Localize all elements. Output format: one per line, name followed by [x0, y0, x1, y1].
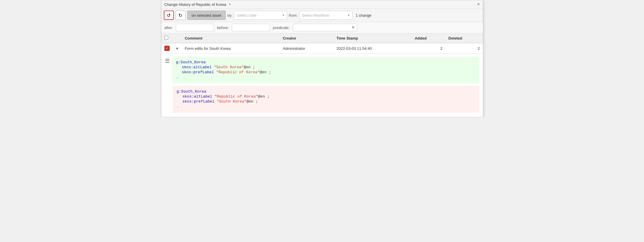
selected-asset-button[interactable]: on selected asset: [187, 11, 226, 20]
row-creator: Administrator: [280, 43, 333, 54]
added-pred-1: skos:altLabel: [182, 65, 212, 69]
row-added: 2: [412, 43, 446, 54]
undo-button[interactable]: ↺: [164, 11, 174, 20]
by-label: by:: [227, 13, 232, 18]
added-pred-2: skos:prefLabel: [182, 70, 214, 74]
code-section: ☰ g:South_Korea skos:altLabel "South Kor…: [161, 54, 483, 117]
title-bar: Change History of Republic of Korea × ×: [161, 0, 483, 9]
close-tab-button[interactable]: ×: [228, 2, 232, 6]
col-expand: [173, 33, 182, 43]
added-block-row: ☰ g:South_Korea skos:altLabel "South Kor…: [165, 57, 479, 85]
added-val-1: "South Korea": [214, 65, 244, 69]
select-all-checkbox[interactable]: [164, 36, 168, 40]
added-entity-line: g:South_Korea: [176, 60, 475, 64]
window-title: Change History of Republic of Korea: [164, 2, 226, 7]
col-checkbox: [161, 33, 173, 43]
before-input[interactable]: [232, 24, 270, 31]
filter-bar: after: before: predicate:: [161, 22, 483, 33]
change-table: Comment Creator Time Stamp Added Deleted…: [161, 33, 483, 54]
deleted-entity-line: g:South_Korea: [177, 89, 475, 94]
col-timestamp: Time Stamp: [333, 33, 412, 43]
predicate-select[interactable]: [293, 24, 357, 31]
added-val-2: "Republic of Korea": [216, 70, 260, 74]
added-line-1: skos:altLabel "South Korea"@en ;: [182, 65, 475, 69]
deleted-pred-1: skos:altLabel: [183, 94, 212, 99]
row-comment: Form edits for South Korea: [182, 43, 280, 54]
deleted-code-block: g:South_Korea skos:altLabel "Republic of…: [173, 86, 479, 113]
change-count: 1 change: [356, 13, 372, 18]
select-workflow-placeholder: Select Workflow: [302, 13, 346, 18]
added-dot: .: [176, 75, 475, 79]
select-user-placeholder: Select User: [237, 13, 281, 18]
deleted-entity: g:South_Korea: [177, 89, 206, 94]
select-workflow-dropdown[interactable]: Select Workflow ▾: [299, 11, 352, 20]
deleted-dot: .: [177, 104, 475, 109]
added-code-block: g:South_Korea skos:altLabel "South Korea…: [172, 57, 479, 83]
select-user-dropdown[interactable]: Select User ▾: [234, 11, 287, 20]
added-entity: g:South_Korea: [176, 60, 206, 64]
undo-icon: ↺: [167, 13, 171, 18]
added-line-2: skos:prefLabel "Republic of Korea"@en ;: [182, 70, 475, 74]
select-workflow-chevron-icon: ▾: [348, 13, 350, 17]
col-added: Added: [412, 33, 446, 43]
row-expand-cell: ▼: [173, 43, 182, 54]
row-checkbox[interactable]: ✓: [164, 46, 170, 51]
deleted-val-2: "South Korea": [217, 99, 247, 104]
select-user-chevron-icon: ▾: [283, 13, 284, 17]
after-label: after:: [164, 25, 173, 30]
close-window-button[interactable]: ×: [477, 2, 480, 7]
col-creator: Creator: [280, 33, 333, 43]
before-label: before:: [217, 25, 229, 30]
col-comment: Comment: [182, 33, 280, 43]
code-list-icon: ☰: [165, 58, 170, 64]
refresh-icon: ↻: [178, 13, 182, 18]
expand-icon[interactable]: ▼: [176, 47, 179, 51]
deleted-line-1: skos:altLabel "Republic of Korea"@en ;: [183, 94, 475, 99]
row-timestamp: 2022-03-03 11:54:40: [333, 43, 412, 54]
toolbar: ↺ ↻ on selected asset by: Select User ▾ …: [161, 9, 483, 22]
row-checkbox-cell: ✓: [161, 43, 173, 54]
refresh-button[interactable]: ↻: [176, 11, 186, 20]
table-header-row: Comment Creator Time Stamp Added Deleted: [161, 33, 483, 43]
main-window: Change History of Republic of Korea × × …: [161, 0, 483, 117]
col-deleted: Deleted: [446, 33, 483, 43]
deleted-val-1: "Republic of Korea": [215, 94, 258, 99]
from-label: from:: [289, 13, 298, 18]
deleted-pred-2: skos:prefLabel: [183, 99, 215, 104]
row-deleted: 2: [446, 43, 483, 54]
table-row: ✓ ▼ Form edits for South Korea Administr…: [161, 43, 483, 54]
title-bar-left: Change History of Republic of Korea ×: [164, 2, 232, 7]
after-input[interactable]: [176, 24, 214, 31]
predicate-label: predicate:: [273, 25, 290, 30]
deleted-line-2: skos:prefLabel "South Korea"@en ;: [183, 99, 475, 104]
